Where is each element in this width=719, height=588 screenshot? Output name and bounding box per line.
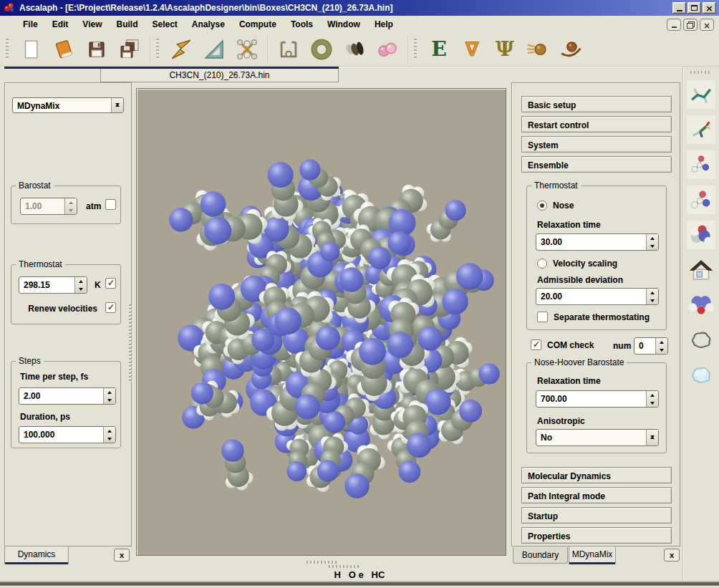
left-panel-close-button[interactable]: x bbox=[114, 549, 130, 562]
menu-build[interactable]: Build bbox=[109, 16, 145, 33]
mode-molecular-dynamics[interactable]: Molecular Dynamics bbox=[521, 467, 672, 483]
admissible-deviation-spinbox[interactable] bbox=[536, 288, 659, 305]
temperature-spin-buttons[interactable] bbox=[74, 277, 87, 293]
ball-and-stick-model-button[interactable] bbox=[687, 150, 715, 179]
barostate-spin-buttons[interactable] bbox=[646, 391, 658, 407]
toolbar-grip[interactable] bbox=[414, 39, 417, 60]
menu-select[interactable]: Select bbox=[145, 16, 184, 33]
menu-tools[interactable]: Tools bbox=[284, 16, 320, 33]
close-button[interactable] bbox=[703, 2, 716, 14]
maximize-button[interactable] bbox=[687, 2, 701, 14]
duration-spinbox[interactable] bbox=[19, 426, 116, 443]
nanostructure-button[interactable] bbox=[308, 36, 335, 63]
vdw-spheres-button[interactable] bbox=[687, 291, 715, 319]
surface-wireframe-button[interactable] bbox=[687, 326, 715, 355]
relaxation-time-input[interactable] bbox=[536, 234, 646, 250]
periodic-box-button[interactable] bbox=[275, 36, 302, 63]
panel-splitter[interactable] bbox=[129, 304, 132, 383]
build-structure-button[interactable] bbox=[168, 36, 195, 63]
surface-solid-button[interactable] bbox=[687, 361, 715, 390]
new-document-button[interactable] bbox=[17, 36, 44, 63]
menu-compute[interactable]: Compute bbox=[232, 16, 284, 33]
statusbar-grip[interactable] bbox=[329, 565, 359, 568]
molecule-viewport[interactable] bbox=[136, 88, 506, 556]
spacefill-model-button[interactable] bbox=[687, 221, 715, 249]
title-bar[interactable]: Ascalaph - [E:\Project\Release\1.2.4\Asc… bbox=[0, 0, 719, 16]
open-file-button[interactable] bbox=[50, 36, 77, 63]
mdi-close-button[interactable] bbox=[700, 19, 714, 31]
relaxation-spin-buttons[interactable] bbox=[646, 234, 658, 250]
section-system[interactable]: System bbox=[521, 136, 672, 153]
home-view-button[interactable] bbox=[687, 256, 715, 284]
mode-properties[interactable]: Properties bbox=[521, 527, 672, 544]
statusbar-grip[interactable] bbox=[307, 561, 337, 564]
menu-window[interactable]: Window bbox=[320, 16, 367, 33]
pressure-spin-buttons[interactable] bbox=[64, 198, 77, 214]
wireframe-model-button[interactable] bbox=[687, 80, 715, 109]
ball-and-stick-shaded-button[interactable] bbox=[687, 185, 715, 214]
section-restart-control[interactable]: Restart control bbox=[521, 116, 672, 132]
molecule-canvas[interactable] bbox=[137, 89, 506, 555]
renew-velocities-checkbox[interactable] bbox=[105, 302, 116, 313]
barostate-relaxation-input[interactable] bbox=[536, 391, 646, 407]
mode-path-integral[interactable]: Path Integral mode bbox=[521, 487, 672, 503]
tab-boundary[interactable]: Boundary bbox=[513, 547, 568, 564]
admissible-deviation-input[interactable] bbox=[536, 289, 646, 304]
relaxation-time-spinbox[interactable] bbox=[536, 233, 659, 251]
single-point-energy-button[interactable]: E bbox=[425, 36, 453, 63]
trajectory-button[interactable] bbox=[557, 36, 584, 63]
optimize-geometry-button[interactable] bbox=[233, 36, 261, 63]
com-check-checkbox[interactable] bbox=[531, 339, 541, 350]
run-dynamics-button[interactable] bbox=[524, 36, 551, 63]
mdi-restore-button[interactable] bbox=[683, 19, 698, 31]
duration-spin-buttons[interactable] bbox=[103, 427, 115, 443]
menu-help[interactable]: Help bbox=[367, 16, 400, 33]
pressure-unit-checkbox[interactable] bbox=[105, 199, 116, 210]
sticks-model-button[interactable] bbox=[687, 115, 715, 144]
right-panel-close-button[interactable]: x bbox=[664, 549, 680, 562]
save-all-button[interactable] bbox=[116, 36, 143, 63]
duration-input[interactable] bbox=[19, 427, 103, 443]
pressure-input[interactable] bbox=[21, 198, 64, 214]
mdi-minimize-button[interactable] bbox=[667, 19, 681, 31]
velocity-scaling-radio[interactable] bbox=[537, 259, 547, 269]
temperature-input[interactable] bbox=[19, 277, 74, 293]
toolbar-grip[interactable] bbox=[6, 39, 9, 60]
pressure-spinbox[interactable] bbox=[20, 198, 77, 215]
orbitals-button[interactable] bbox=[341, 36, 368, 63]
menu-view[interactable]: View bbox=[75, 16, 109, 33]
tab-mdynamix[interactable]: MDynaMix bbox=[569, 546, 616, 564]
quantum-dynamics-button[interactable]: Ψ bbox=[491, 36, 518, 63]
tab-dynamics[interactable]: Dynamics bbox=[4, 546, 69, 564]
section-basic-setup[interactable]: Basic setup bbox=[521, 96, 672, 112]
nose-radio[interactable] bbox=[537, 201, 547, 211]
document-tab[interactable]: CH3CN_(210)_26.73A.hin bbox=[100, 69, 339, 82]
mode-startup[interactable]: Startup bbox=[521, 507, 672, 524]
com-num-input[interactable] bbox=[634, 338, 655, 354]
menu-edit[interactable]: Edit bbox=[45, 16, 76, 33]
section-ensemble[interactable]: Ensemble bbox=[521, 156, 672, 173]
minimize-button[interactable] bbox=[672, 2, 686, 14]
temperature-unit-checkbox[interactable] bbox=[105, 278, 116, 289]
barostate-relaxation-spinbox[interactable] bbox=[536, 390, 659, 408]
com-num-spinbox[interactable] bbox=[634, 337, 668, 355]
time-per-step-spinbox[interactable] bbox=[19, 387, 116, 405]
measure-geometry-button[interactable] bbox=[201, 36, 228, 63]
menu-file[interactable]: File bbox=[16, 16, 45, 33]
toolbar-grip[interactable] bbox=[156, 39, 159, 60]
deviation-spin-buttons[interactable] bbox=[646, 289, 658, 304]
menu-analyse[interactable]: Analyse bbox=[185, 16, 232, 33]
sidebar-grip[interactable] bbox=[690, 71, 712, 74]
temperature-spinbox[interactable] bbox=[19, 276, 87, 294]
time-per-step-input[interactable] bbox=[19, 388, 103, 404]
engine-select-arrows[interactable] bbox=[111, 98, 123, 112]
engine-select[interactable]: MDynaMix bbox=[12, 97, 124, 113]
separate-thermostating-checkbox[interactable] bbox=[537, 312, 548, 322]
anisotropic-select[interactable]: No bbox=[536, 429, 659, 446]
anisotropic-select-arrows[interactable] bbox=[646, 430, 658, 445]
gradient-button[interactable]: ∇ bbox=[458, 36, 486, 63]
time-spin-buttons[interactable] bbox=[103, 388, 115, 404]
save-button[interactable] bbox=[83, 36, 110, 63]
com-num-spin-buttons[interactable] bbox=[655, 338, 667, 354]
dimer-button[interactable] bbox=[374, 36, 401, 63]
